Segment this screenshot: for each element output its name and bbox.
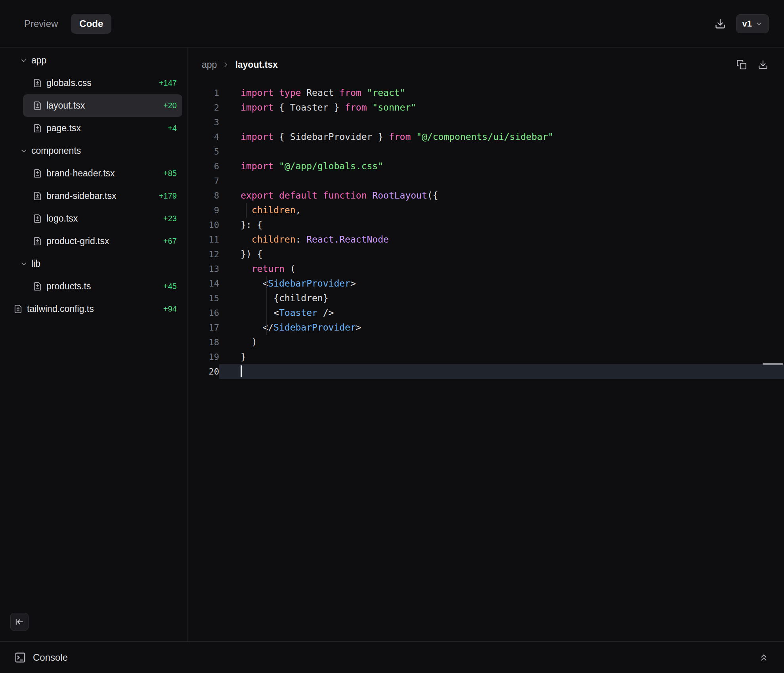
main-area: app globals.css +147 layout.tsx +20 page… bbox=[0, 48, 784, 641]
tab-preview[interactable]: Preview bbox=[16, 14, 66, 34]
version-dropdown[interactable]: v1 bbox=[736, 14, 769, 33]
scrollbar-thumb[interactable] bbox=[763, 363, 783, 365]
console-toggle[interactable]: Console bbox=[14, 652, 68, 663]
line-number: 2 bbox=[187, 100, 219, 115]
diff-badge: +45 bbox=[163, 282, 177, 291]
file-item-layout-tsx[interactable]: layout.tsx +20 bbox=[23, 94, 182, 117]
chevron-down-icon bbox=[20, 57, 28, 65]
view-tabs: Preview Code bbox=[16, 14, 111, 34]
folder-label: lib bbox=[31, 258, 40, 269]
download-icon bbox=[715, 18, 726, 29]
code-line: 2import { Toaster } from "sonner" bbox=[187, 100, 784, 115]
file-diff-icon bbox=[33, 214, 42, 223]
line-number: 5 bbox=[187, 144, 219, 159]
breadcrumb-file: layout.tsx bbox=[235, 59, 277, 70]
indent-guide bbox=[246, 203, 247, 218]
code-line: 6import "@/app/globals.css" bbox=[187, 159, 784, 174]
file-diff-icon bbox=[33, 191, 42, 201]
indent-guide bbox=[266, 276, 267, 335]
download-file-button[interactable] bbox=[758, 59, 768, 70]
file-actions bbox=[736, 59, 768, 70]
terminal-icon bbox=[14, 652, 26, 663]
diff-badge: +147 bbox=[159, 78, 177, 88]
breadcrumb: app layout.tsx bbox=[187, 48, 784, 82]
code-lines: 1import type React from "react"2import {… bbox=[187, 86, 784, 379]
file-label: products.ts bbox=[46, 281, 91, 292]
code-line: 16 <Toaster /> bbox=[187, 306, 784, 320]
diff-badge: +23 bbox=[163, 214, 177, 223]
line-content: }: { bbox=[219, 218, 784, 232]
line-number: 17 bbox=[187, 320, 219, 335]
line-number: 1 bbox=[187, 86, 219, 100]
diff-badge: +85 bbox=[163, 169, 177, 178]
file-label: brand-sidebar.tsx bbox=[46, 191, 116, 201]
file-item-logo-tsx[interactable]: logo.tsx +23 bbox=[23, 207, 182, 230]
code-line: 20 bbox=[187, 364, 784, 379]
line-content: } bbox=[219, 350, 784, 364]
line-number: 8 bbox=[187, 188, 219, 203]
code-line: 11 children: React.ReactNode bbox=[187, 232, 784, 247]
line-content: <Toaster /> bbox=[219, 306, 784, 320]
line-content: </SidebarProvider> bbox=[219, 320, 784, 335]
line-content bbox=[219, 115, 784, 130]
file-tree: app globals.css +147 layout.tsx +20 page… bbox=[0, 49, 187, 320]
line-content bbox=[219, 174, 784, 188]
line-number: 19 bbox=[187, 350, 219, 364]
breadcrumb-folder[interactable]: app bbox=[202, 59, 217, 70]
copy-icon bbox=[736, 59, 747, 70]
code-line: 19} bbox=[187, 350, 784, 364]
line-content bbox=[219, 144, 784, 159]
file-item-globals-css[interactable]: globals.css +147 bbox=[23, 72, 182, 94]
download-project-button[interactable] bbox=[715, 18, 726, 29]
folder-lib[interactable]: lib bbox=[10, 252, 182, 275]
file-label: layout.tsx bbox=[46, 100, 85, 111]
file-item-product-grid-tsx[interactable]: product-grid.tsx +67 bbox=[23, 230, 182, 252]
line-number: 16 bbox=[187, 306, 219, 320]
collapse-sidebar-button[interactable] bbox=[10, 613, 29, 631]
code-line: 18 ) bbox=[187, 335, 784, 350]
expand-console-button[interactable] bbox=[759, 652, 769, 663]
code-editor[interactable]: 1import type React from "react"2import {… bbox=[187, 82, 784, 641]
line-number: 3 bbox=[187, 115, 219, 130]
file-item-tailwind-config-ts[interactable]: tailwind.config.ts +94 bbox=[10, 298, 182, 320]
file-diff-icon bbox=[33, 169, 42, 178]
collapse-left-icon bbox=[15, 618, 24, 626]
code-panel: Preview Code v1 app globals.c bbox=[0, 0, 784, 673]
file-diff-icon bbox=[33, 237, 42, 246]
top-bar: Preview Code v1 bbox=[0, 0, 784, 48]
line-number: 20 bbox=[187, 364, 219, 379]
code-line: 4import { SidebarProvider } from "@/comp… bbox=[187, 130, 784, 144]
line-content bbox=[219, 364, 784, 379]
line-content: import { Toaster } from "sonner" bbox=[219, 100, 784, 115]
chevron-down-icon bbox=[755, 20, 763, 27]
folder-components[interactable]: components bbox=[10, 140, 182, 162]
file-item-page-tsx[interactable]: page.tsx +4 bbox=[23, 117, 182, 140]
file-tree-sidebar: app globals.css +147 layout.tsx +20 page… bbox=[0, 48, 187, 641]
file-item-brand-header-tsx[interactable]: brand-header.tsx +85 bbox=[23, 162, 182, 185]
file-diff-icon bbox=[33, 282, 42, 291]
folder-label: app bbox=[31, 55, 46, 66]
diff-badge: +94 bbox=[163, 304, 177, 314]
tab-code[interactable]: Code bbox=[71, 14, 111, 34]
line-number: 13 bbox=[187, 262, 219, 276]
line-number: 7 bbox=[187, 174, 219, 188]
line-content: ) bbox=[219, 335, 784, 350]
folder-app[interactable]: app bbox=[10, 49, 182, 72]
line-content: return ( bbox=[219, 262, 784, 276]
line-content: }) { bbox=[219, 247, 784, 262]
code-line: 7 bbox=[187, 174, 784, 188]
diff-badge: +20 bbox=[163, 101, 177, 110]
line-content: <SidebarProvider> bbox=[219, 276, 784, 291]
file-label: page.tsx bbox=[46, 123, 81, 134]
console-bar: Console bbox=[0, 641, 784, 673]
line-number: 18 bbox=[187, 335, 219, 350]
line-content: import { SidebarProvider } from "@/compo… bbox=[219, 130, 784, 144]
diff-badge: +179 bbox=[159, 191, 177, 201]
editor-pane: app layout.tsx 1import type React from "… bbox=[187, 48, 784, 641]
chevron-right-icon bbox=[222, 61, 230, 69]
copy-code-button[interactable] bbox=[736, 59, 747, 70]
file-item-products-ts[interactable]: products.ts +45 bbox=[23, 275, 182, 298]
line-number: 10 bbox=[187, 218, 219, 232]
top-bar-actions: v1 bbox=[715, 14, 769, 33]
file-item-brand-sidebar-tsx[interactable]: brand-sidebar.tsx +179 bbox=[23, 185, 182, 207]
